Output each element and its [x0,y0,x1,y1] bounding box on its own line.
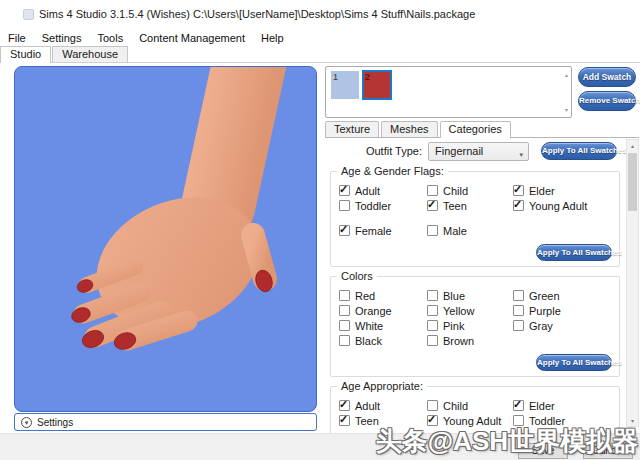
checkbox[interactable] [339,290,350,301]
checkbox-item[interactable]: Child [427,398,513,413]
checkbox-item[interactable]: Elder [513,183,615,198]
checkbox-item[interactable]: Black [339,333,427,348]
categories-scrollbar[interactable]: ▴ ▾ [626,139,639,427]
menu-item[interactable]: Settings [34,31,90,45]
checkbox[interactable] [513,320,524,331]
checkbox-label: Teen [355,415,379,427]
checkbox[interactable] [339,320,350,331]
checkbox-label: Elder [529,185,555,197]
checkbox-item[interactable]: Child [427,183,513,198]
checkbox-label: Elder [529,400,555,412]
checkbox-item[interactable]: Male [427,223,513,238]
swatch-list-box: 1 2 ▴ ▾ [325,66,572,118]
checkbox[interactable] [427,200,438,211]
checkbox[interactable] [339,415,350,426]
menu-item[interactable]: Tools [89,31,131,45]
checkbox[interactable] [513,400,524,411]
outfit-type-value: Fingernail [435,145,483,157]
checkbox-item[interactable]: Red [339,288,427,303]
checkbox-item[interactable]: Female [339,223,427,238]
checkbox-item[interactable]: Green [513,288,615,303]
checkbox[interactable] [339,185,350,196]
scrollbar-down-icon[interactable]: ▾ [627,417,638,424]
remove-swatch-button[interactable]: Remove Swatch [578,91,636,111]
detail-tab[interactable]: Meshes [381,121,438,137]
checkbox-item[interactable]: Young Adult [513,198,615,213]
checkbox-label: Teen [443,200,467,212]
checkbox-item[interactable]: White [339,318,427,333]
checkbox[interactable] [427,185,438,196]
scrollbar-thumb[interactable] [628,153,637,211]
settings-expander[interactable]: ▾ Settings [14,413,317,431]
checkbox-item[interactable]: Teen [427,198,513,213]
apply-all-colors-button[interactable]: Apply To All Swatches [536,354,612,371]
checkbox[interactable] [427,305,438,316]
footer-bar: Save Cancel [0,433,640,460]
model-preview-viewport[interactable] [14,66,317,412]
outfit-type-dropdown[interactable]: Fingernail ▾ [428,142,529,161]
swatch-number: 2 [365,72,370,82]
checkbox[interactable] [427,335,438,346]
detail-tab[interactable]: Texture [325,121,379,137]
checkbox-item[interactable]: Young Adult [427,413,513,428]
swatch-list: 1 2 [326,67,571,99]
checkbox[interactable] [427,415,438,426]
apply-all-age-gender-button[interactable]: Apply To All Swatches [536,244,612,261]
checkbox[interactable] [513,290,524,301]
main-tab[interactable]: Warehouse [52,46,128,62]
checkbox[interactable] [427,225,438,236]
checkbox-item[interactable]: Adult [339,398,427,413]
app-icon [23,9,34,20]
checkbox-item[interactable]: Toddler [513,413,615,428]
apply-all-outfit-button[interactable]: Apply To All Swatches [541,142,617,160]
checkbox[interactable] [513,185,524,196]
window-title: Sims 4 Studio 3.1.5.4 (Wishes) C:\Users\… [39,8,475,20]
checkbox[interactable] [339,335,350,346]
checkbox[interactable] [427,290,438,301]
checkbox[interactable] [513,200,524,211]
checkbox-item[interactable]: Elder [513,398,615,413]
checkbox-label: Brown [443,335,474,347]
checkbox-item[interactable]: Adult [339,183,427,198]
cancel-button[interactable]: Cancel [583,443,633,459]
swatch[interactable]: 2 [363,71,391,99]
checkbox[interactable] [513,415,524,426]
checkbox-item[interactable]: Yellow [427,303,513,318]
add-swatch-button[interactable]: Add Swatch [578,67,636,87]
checkbox-item[interactable]: Brown [427,333,513,348]
checkbox-label: Adult [355,185,380,197]
menu-item[interactable]: File [0,31,34,45]
checkbox-label: Red [355,290,375,302]
checkbox[interactable] [339,200,350,211]
checkbox-item[interactable]: Pink [427,318,513,333]
checkbox-label: White [355,320,383,332]
age-appropriate-group: Age Appropriate: Adult Child [330,386,620,433]
checkbox[interactable] [339,305,350,316]
checkbox[interactable] [339,400,350,411]
swatch-scroll-up-icon[interactable]: ▴ [565,71,568,78]
checkbox-item[interactable]: Orange [339,303,427,318]
save-button[interactable]: Save [518,443,568,459]
swatch-scroll-down-icon[interactable]: ▾ [565,106,568,113]
checkbox-item[interactable]: Teen [339,413,427,428]
menu-item[interactable]: Help [253,31,292,45]
checkbox-label: Yellow [443,305,474,317]
checkbox[interactable] [339,225,350,236]
main-tab[interactable]: Studio [0,46,51,63]
checkbox[interactable] [513,305,524,316]
checkbox[interactable] [427,320,438,331]
checkbox[interactable] [427,400,438,411]
hand-model [15,67,317,412]
detail-tab[interactable]: Categories [440,121,511,138]
detail-tab-strip: Texture Meshes Categories [325,119,639,138]
swatch[interactable]: 1 [331,71,359,99]
scrollbar-up-icon[interactable]: ▴ [627,142,638,149]
checkbox-item[interactable]: Blue [427,288,513,303]
menu-item[interactable]: Content Management [131,31,253,45]
group-title: Colors [337,270,377,282]
checkbox-label: Gray [529,320,553,332]
checkbox-item[interactable]: Toddler [339,198,427,213]
checkbox-label: Child [443,185,468,197]
checkbox-item[interactable]: Purple [513,303,615,318]
checkbox-item[interactable]: Gray [513,318,615,333]
